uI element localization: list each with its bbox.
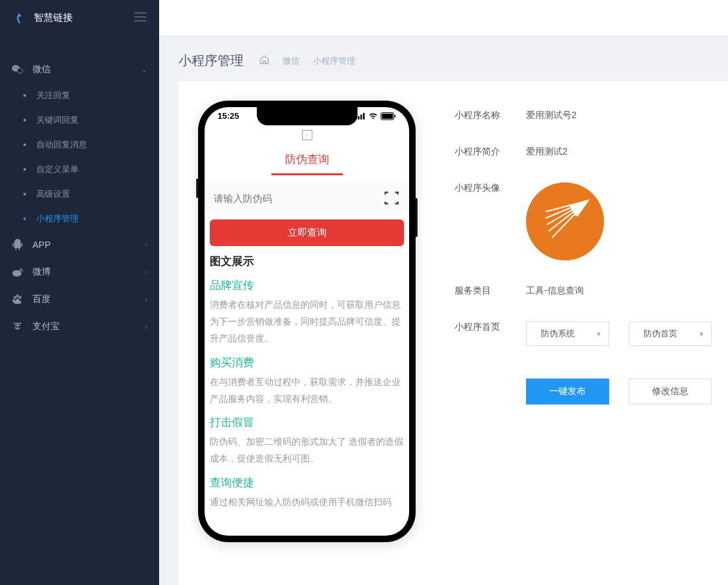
logo[interactable]: 智慧链接 [12,10,73,26]
anticounterfeit-input[interactable] [214,193,383,204]
sub-auto-reply[interactable]: 自动回复消息 [0,132,159,157]
block-title-3: 查询便捷 [205,470,409,493]
topbar [159,0,728,36]
alipay-icon [12,321,23,332]
label-intro: 小程序简介 [455,146,526,158]
main-content: 小程序管理 - 微信 - 小程序管理 15:25 [159,0,728,585]
label-avatar: 小程序头像 [455,182,526,260]
broken-image-icon: ▫ [302,130,312,140]
svg-point-10 [14,296,16,299]
block-text-2: 防伪码、加密二维码的形式加大了 造假者的造假成本，促使造假无利可图。 [205,432,409,470]
nav-app[interactable]: APP › [0,231,159,258]
content-panel: 15:25 ▫ 防伪查询 [179,81,728,585]
sub-custom-menu[interactable]: 自定义菜单 [0,157,159,182]
publish-button[interactable]: 一键发布 [526,379,609,405]
svg-rect-7 [16,248,17,250]
home-icon[interactable] [259,55,270,67]
svg-rect-6 [21,243,23,247]
svg-point-12 [19,296,21,299]
sub-advanced[interactable]: 高级设置 [0,182,159,206]
nav-alipay-label: 支付宝 [32,321,60,332]
page-title: 小程序管理 [179,52,244,69]
phone-preview: 15:25 ▫ 防伪查询 [198,101,416,542]
phone-tab-title: 防伪查询 [205,147,409,173]
nav-weibo[interactable]: 微博 › [0,258,159,286]
battery-icon [381,112,396,120]
nav-baidu-label: 百度 [32,293,51,305]
breadcrumb: 小程序管理 - 微信 - 小程序管理 [159,36,728,81]
svg-point-21 [526,182,604,260]
scan-icon[interactable] [383,190,400,206]
block-title-0: 品牌宣传 [205,273,409,295]
sub-follow-reply[interactable]: 关注回复 [0,83,159,108]
android-icon [12,239,23,251]
chevron-down-icon: ⌄ [141,65,147,74]
nav-weibo-label: 微博 [32,266,51,278]
query-button[interactable]: 立即查询 [210,219,404,246]
value-intro: 爱用测试2 [526,146,568,158]
nav-baidu[interactable]: 百度 › [0,286,159,313]
logo-icon [12,10,27,26]
sub-keyword-reply[interactable]: 关键词回复 [0,108,159,132]
svg-rect-5 [13,243,14,247]
hamburger-icon[interactable] [133,12,147,25]
chevron-right-icon: › [145,322,147,331]
block-title-1: 购买消费 [205,350,409,373]
nav-alipay[interactable]: 支付宝 › [0,313,159,340]
svg-rect-4 [14,242,21,248]
dropdown-icon: ▼ [596,330,602,338]
form-area: 小程序名称 爱用测试号2 小程序简介 爱用测试2 小程序头像 [455,101,715,566]
wechat-icon [12,64,23,75]
value-category: 工具-信息查询 [526,285,584,297]
svg-point-11 [16,295,19,298]
svg-point-2 [14,68,15,68]
label-name: 小程序名称 [455,110,526,121]
wifi-icon [368,112,378,119]
dropdown-icon: ▼ [698,330,705,338]
svg-rect-19 [382,114,393,119]
svg-point-3 [16,68,17,68]
svg-rect-17 [363,113,365,119]
svg-point-1 [17,68,23,73]
svg-rect-8 [19,248,20,250]
nav-wechat[interactable]: 微信 ⌄ [0,56,159,83]
sub-miniapp[interactable]: 小程序管理 [0,206,159,231]
sidebar-header: 智慧链接 [0,0,159,36]
block-text-0: 消费者在核对产品信息的同时，可获取用户信息为下一步营销做准备，同时提高品牌可信度… [205,295,409,350]
block-text-1: 在与消费者互动过程中，获取需求，并推送企业产品服务内容，实现有利营销。 [205,373,409,410]
crumb-miniapp: 小程序管理 [313,55,355,67]
nav-wechat-label: 微信 [32,64,51,75]
weibo-icon [12,266,23,278]
select-system[interactable]: 防伪系统 ▼ [526,321,609,346]
chevron-right-icon: › [145,240,147,249]
avatar [526,182,604,260]
svg-rect-16 [360,115,362,120]
block-text-3: 通过相关网址输入防伪码或使用手机微信扫码 [205,493,409,514]
phone-time: 15:25 [218,111,239,121]
edit-button[interactable]: 修改信息 [629,379,712,405]
value-name: 爱用测试号2 [526,110,577,121]
brand-text: 智慧链接 [34,12,73,24]
select-page[interactable]: 防伪首页 ▼ [629,321,712,346]
chevron-right-icon: › [145,295,147,304]
label-home: 小程序首页 [455,321,526,346]
nav-app-label: APP [32,240,51,250]
svg-rect-15 [358,116,360,119]
phone-section-head: 图文展示 [205,246,409,273]
block-title-2: 打击假冒 [205,410,409,432]
crumb-wechat[interactable]: 微信 [282,55,299,67]
baidu-icon [12,293,23,305]
svg-point-9 [12,270,21,277]
chevron-right-icon: › [145,268,147,277]
label-category: 服务类目 [455,285,526,297]
sidebar: 智慧链接 微信 ⌄ 关注回复 关键词回复 自动回复消息 自定义菜单 高级设置 小… [0,0,159,585]
svg-rect-20 [395,115,396,118]
